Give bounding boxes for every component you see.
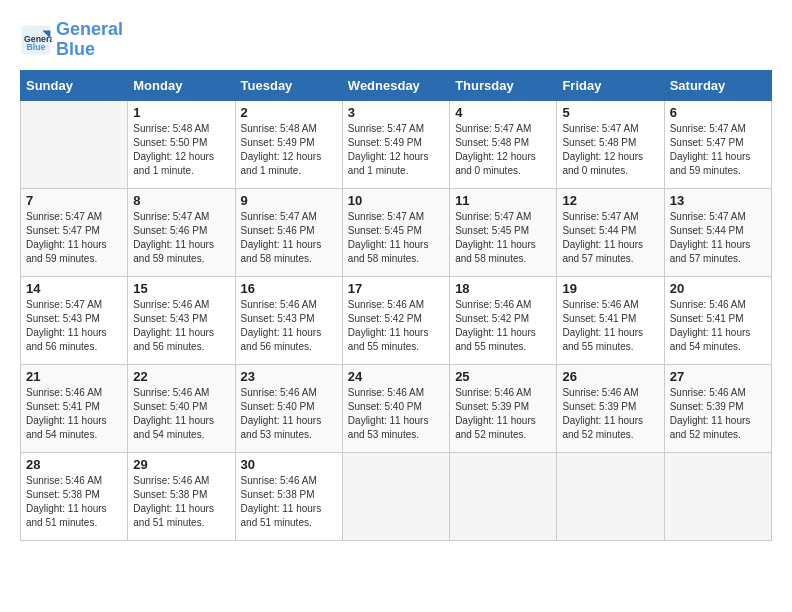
day-number: 18 — [455, 281, 551, 296]
day-number: 30 — [241, 457, 337, 472]
day-info: Sunrise: 5:47 AM Sunset: 5:43 PM Dayligh… — [26, 298, 122, 354]
day-info: Sunrise: 5:47 AM Sunset: 5:47 PM Dayligh… — [26, 210, 122, 266]
day-info: Sunrise: 5:46 AM Sunset: 5:38 PM Dayligh… — [26, 474, 122, 530]
calendar-cell: 4Sunrise: 5:47 AM Sunset: 5:48 PM Daylig… — [450, 100, 557, 188]
day-info: Sunrise: 5:46 AM Sunset: 5:39 PM Dayligh… — [455, 386, 551, 442]
column-header-monday: Monday — [128, 70, 235, 100]
calendar-cell — [342, 452, 449, 540]
day-number: 26 — [562, 369, 658, 384]
calendar-week-4: 21Sunrise: 5:46 AM Sunset: 5:41 PM Dayli… — [21, 364, 772, 452]
logo: General Blue GeneralBlue — [20, 20, 123, 60]
calendar-cell: 18Sunrise: 5:46 AM Sunset: 5:42 PM Dayli… — [450, 276, 557, 364]
day-info: Sunrise: 5:46 AM Sunset: 5:40 PM Dayligh… — [241, 386, 337, 442]
column-header-wednesday: Wednesday — [342, 70, 449, 100]
day-number: 19 — [562, 281, 658, 296]
day-number: 22 — [133, 369, 229, 384]
calendar-cell — [664, 452, 771, 540]
day-number: 4 — [455, 105, 551, 120]
day-info: Sunrise: 5:47 AM Sunset: 5:47 PM Dayligh… — [670, 122, 766, 178]
calendar-cell: 24Sunrise: 5:46 AM Sunset: 5:40 PM Dayli… — [342, 364, 449, 452]
day-number: 16 — [241, 281, 337, 296]
day-info: Sunrise: 5:47 AM Sunset: 5:45 PM Dayligh… — [348, 210, 444, 266]
column-header-thursday: Thursday — [450, 70, 557, 100]
day-info: Sunrise: 5:46 AM Sunset: 5:40 PM Dayligh… — [348, 386, 444, 442]
calendar-cell: 29Sunrise: 5:46 AM Sunset: 5:38 PM Dayli… — [128, 452, 235, 540]
calendar-cell: 16Sunrise: 5:46 AM Sunset: 5:43 PM Dayli… — [235, 276, 342, 364]
day-info: Sunrise: 5:46 AM Sunset: 5:41 PM Dayligh… — [670, 298, 766, 354]
calendar-cell: 12Sunrise: 5:47 AM Sunset: 5:44 PM Dayli… — [557, 188, 664, 276]
calendar-cell: 7Sunrise: 5:47 AM Sunset: 5:47 PM Daylig… — [21, 188, 128, 276]
calendar-cell: 20Sunrise: 5:46 AM Sunset: 5:41 PM Dayli… — [664, 276, 771, 364]
column-header-friday: Friday — [557, 70, 664, 100]
day-number: 2 — [241, 105, 337, 120]
calendar-cell: 30Sunrise: 5:46 AM Sunset: 5:38 PM Dayli… — [235, 452, 342, 540]
day-number: 1 — [133, 105, 229, 120]
day-info: Sunrise: 5:48 AM Sunset: 5:50 PM Dayligh… — [133, 122, 229, 178]
calendar-week-1: 1Sunrise: 5:48 AM Sunset: 5:50 PM Daylig… — [21, 100, 772, 188]
calendar-cell: 23Sunrise: 5:46 AM Sunset: 5:40 PM Dayli… — [235, 364, 342, 452]
day-number: 25 — [455, 369, 551, 384]
day-number: 9 — [241, 193, 337, 208]
calendar-cell: 5Sunrise: 5:47 AM Sunset: 5:48 PM Daylig… — [557, 100, 664, 188]
day-info: Sunrise: 5:46 AM Sunset: 5:43 PM Dayligh… — [241, 298, 337, 354]
calendar-cell: 8Sunrise: 5:47 AM Sunset: 5:46 PM Daylig… — [128, 188, 235, 276]
day-info: Sunrise: 5:47 AM Sunset: 5:46 PM Dayligh… — [133, 210, 229, 266]
calendar-cell: 28Sunrise: 5:46 AM Sunset: 5:38 PM Dayli… — [21, 452, 128, 540]
day-number: 6 — [670, 105, 766, 120]
day-number: 29 — [133, 457, 229, 472]
calendar-cell: 27Sunrise: 5:46 AM Sunset: 5:39 PM Dayli… — [664, 364, 771, 452]
calendar-cell: 25Sunrise: 5:46 AM Sunset: 5:39 PM Dayli… — [450, 364, 557, 452]
column-header-saturday: Saturday — [664, 70, 771, 100]
day-info: Sunrise: 5:46 AM Sunset: 5:41 PM Dayligh… — [562, 298, 658, 354]
day-info: Sunrise: 5:46 AM Sunset: 5:38 PM Dayligh… — [133, 474, 229, 530]
logo-icon: General Blue — [20, 24, 52, 56]
calendar-cell: 22Sunrise: 5:46 AM Sunset: 5:40 PM Dayli… — [128, 364, 235, 452]
day-number: 23 — [241, 369, 337, 384]
page-header: General Blue GeneralBlue — [20, 20, 772, 60]
calendar-cell: 10Sunrise: 5:47 AM Sunset: 5:45 PM Dayli… — [342, 188, 449, 276]
day-number: 24 — [348, 369, 444, 384]
day-info: Sunrise: 5:46 AM Sunset: 5:41 PM Dayligh… — [26, 386, 122, 442]
day-info: Sunrise: 5:47 AM Sunset: 5:48 PM Dayligh… — [562, 122, 658, 178]
day-number: 7 — [26, 193, 122, 208]
day-number: 10 — [348, 193, 444, 208]
logo-text: GeneralBlue — [56, 20, 123, 60]
calendar-cell: 2Sunrise: 5:48 AM Sunset: 5:49 PM Daylig… — [235, 100, 342, 188]
calendar-cell: 6Sunrise: 5:47 AM Sunset: 5:47 PM Daylig… — [664, 100, 771, 188]
calendar-cell — [21, 100, 128, 188]
day-number: 15 — [133, 281, 229, 296]
day-number: 13 — [670, 193, 766, 208]
day-info: Sunrise: 5:46 AM Sunset: 5:39 PM Dayligh… — [670, 386, 766, 442]
calendar-cell: 21Sunrise: 5:46 AM Sunset: 5:41 PM Dayli… — [21, 364, 128, 452]
day-number: 28 — [26, 457, 122, 472]
day-info: Sunrise: 5:46 AM Sunset: 5:43 PM Dayligh… — [133, 298, 229, 354]
calendar-week-2: 7Sunrise: 5:47 AM Sunset: 5:47 PM Daylig… — [21, 188, 772, 276]
calendar-cell: 14Sunrise: 5:47 AM Sunset: 5:43 PM Dayli… — [21, 276, 128, 364]
day-info: Sunrise: 5:47 AM Sunset: 5:44 PM Dayligh… — [562, 210, 658, 266]
calendar-week-5: 28Sunrise: 5:46 AM Sunset: 5:38 PM Dayli… — [21, 452, 772, 540]
calendar-cell: 9Sunrise: 5:47 AM Sunset: 5:46 PM Daylig… — [235, 188, 342, 276]
day-info: Sunrise: 5:46 AM Sunset: 5:39 PM Dayligh… — [562, 386, 658, 442]
day-number: 21 — [26, 369, 122, 384]
day-info: Sunrise: 5:47 AM Sunset: 5:46 PM Dayligh… — [241, 210, 337, 266]
calendar-cell: 19Sunrise: 5:46 AM Sunset: 5:41 PM Dayli… — [557, 276, 664, 364]
column-header-sunday: Sunday — [21, 70, 128, 100]
day-number: 8 — [133, 193, 229, 208]
column-header-tuesday: Tuesday — [235, 70, 342, 100]
calendar-cell — [450, 452, 557, 540]
day-number: 5 — [562, 105, 658, 120]
calendar-week-3: 14Sunrise: 5:47 AM Sunset: 5:43 PM Dayli… — [21, 276, 772, 364]
calendar-table: SundayMondayTuesdayWednesdayThursdayFrid… — [20, 70, 772, 541]
calendar-cell: 15Sunrise: 5:46 AM Sunset: 5:43 PM Dayli… — [128, 276, 235, 364]
day-info: Sunrise: 5:47 AM Sunset: 5:44 PM Dayligh… — [670, 210, 766, 266]
calendar-cell — [557, 452, 664, 540]
day-info: Sunrise: 5:48 AM Sunset: 5:49 PM Dayligh… — [241, 122, 337, 178]
day-info: Sunrise: 5:46 AM Sunset: 5:42 PM Dayligh… — [348, 298, 444, 354]
header-row: SundayMondayTuesdayWednesdayThursdayFrid… — [21, 70, 772, 100]
day-number: 20 — [670, 281, 766, 296]
day-info: Sunrise: 5:47 AM Sunset: 5:48 PM Dayligh… — [455, 122, 551, 178]
calendar-cell: 17Sunrise: 5:46 AM Sunset: 5:42 PM Dayli… — [342, 276, 449, 364]
calendar-cell: 1Sunrise: 5:48 AM Sunset: 5:50 PM Daylig… — [128, 100, 235, 188]
day-number: 17 — [348, 281, 444, 296]
calendar-cell: 3Sunrise: 5:47 AM Sunset: 5:49 PM Daylig… — [342, 100, 449, 188]
